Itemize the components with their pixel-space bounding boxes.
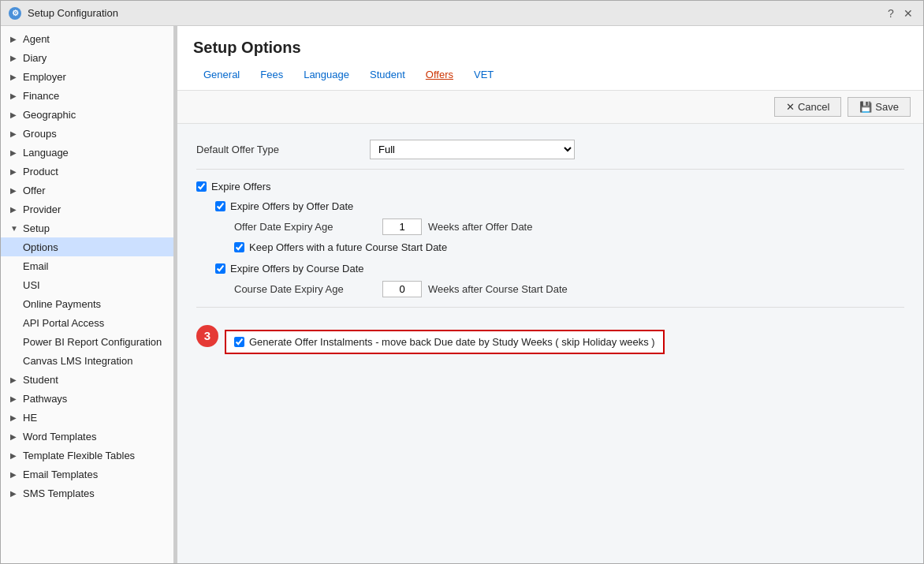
sidebar-item-label: Word Templates — [23, 431, 167, 443]
sidebar-item-label: Finance — [23, 90, 167, 102]
expire-by-course-date-label: Expire Offers by Course Date — [230, 263, 364, 275]
arrow-icon: ▼ — [10, 224, 20, 233]
sidebar-item-student[interactable]: ▶ Student — [1, 370, 173, 389]
sidebar-item-label: Product — [23, 166, 167, 177]
sidebar-item-sms-templates[interactable]: ▶ SMS Templates — [1, 484, 173, 502]
sidebar-item-product[interactable]: ▶ Product — [1, 162, 173, 181]
sidebar-child-canvas[interactable]: Canvas LMS Integration — [1, 351, 173, 370]
sidebar-child-label: Online Payments — [23, 298, 101, 310]
arrow-icon: ▶ — [10, 92, 20, 100]
divider — [196, 169, 904, 170]
sidebar-item-label: Pathways — [23, 393, 167, 405]
sidebar-item-agent[interactable]: ▶ Agent — [1, 29, 173, 48]
arrow-icon: ▶ — [10, 205, 20, 214]
sidebar-item-template-flexible[interactable]: ▶ Template Flexible Tables — [1, 446, 173, 465]
save-button[interactable]: 💾 Save — [848, 97, 911, 117]
expire-offers-group: Expire Offers Expire Offers by Offer Dat… — [196, 179, 904, 297]
course-date-expiry-age-row: Course Date Expiry Age Weeks after Cours… — [196, 281, 904, 297]
keep-offers-checkbox[interactable] — [234, 242, 244, 252]
sidebar-item-email-templates[interactable]: ▶ Email Templates — [1, 465, 173, 484]
sidebar-item-label: Geographic — [23, 109, 167, 121]
course-date-expiry-age-label: Course Date Expiry Age — [234, 283, 376, 295]
sidebar-child-online-payments[interactable]: Online Payments — [1, 294, 173, 313]
keep-offers-row: Keep Offers with a future Course Start D… — [196, 240, 904, 255]
sidebar-item-he[interactable]: ▶ HE — [1, 408, 173, 427]
sidebar-item-finance[interactable]: ▶ Finance — [1, 86, 173, 105]
sidebar-child-label: Power BI Report Configuration — [23, 336, 162, 348]
tab-fees[interactable]: Fees — [250, 65, 293, 84]
sidebar-item-word-templates[interactable]: ▶ Word Templates — [1, 427, 173, 446]
offer-date-expiry-age-label: Offer Date Expiry Age — [234, 221, 376, 233]
sidebar-item-employer[interactable]: ▶ Employer — [1, 67, 173, 86]
help-button[interactable]: ? — [884, 6, 898, 21]
offer-date-expiry-age-suffix: Weeks after Offer Date — [428, 221, 532, 233]
arrow-icon: ▶ — [10, 413, 20, 422]
main-window: ⚙ Setup Configuration ? ✕ ▶ Agent ▶ Diar… — [0, 0, 924, 564]
course-date-expiry-age-input[interactable] — [382, 281, 422, 297]
sidebar-child-options[interactable]: Options — [1, 237, 173, 256]
tab-language[interactable]: Language — [293, 65, 360, 84]
main-header: Setup Options General Fees Language Stud… — [177, 26, 923, 91]
default-offer-type-select[interactable]: Full Partial Conditional — [370, 140, 575, 159]
tab-student[interactable]: Student — [360, 65, 415, 84]
sidebar-item-label: Groups — [23, 128, 167, 140]
expire-offers-label: Expire Offers — [211, 181, 271, 192]
sidebar-child-email[interactable]: Email — [1, 256, 173, 275]
offer-date-expiry-age-row: Offer Date Expiry Age Weeks after Offer … — [196, 219, 904, 235]
expire-by-course-date-row: Expire Offers by Course Date — [196, 261, 904, 276]
toolbar: ✕ Cancel 💾 Save — [177, 91, 923, 124]
arrow-icon: ▶ — [10, 489, 20, 498]
sidebar-item-label: SMS Templates — [23, 487, 167, 499]
step-badge: 3 — [196, 325, 218, 347]
generate-instalments-container: 3 Generate Offer Instalments - move back… — [196, 317, 904, 354]
title-bar: ⚙ Setup Configuration ? ✕ — [1, 1, 923, 26]
sidebar-item-diary[interactable]: ▶ Diary — [1, 48, 173, 67]
cancel-icon: ✕ — [786, 101, 795, 113]
sidebar-child-powerbi[interactable]: Power BI Report Configuration — [1, 332, 173, 351]
expire-by-course-date-checkbox[interactable] — [215, 263, 225, 274]
sidebar-item-geographic[interactable]: ▶ Geographic — [1, 105, 173, 124]
sidebar-item-groups[interactable]: ▶ Groups — [1, 124, 173, 143]
generate-instalments-checkbox[interactable] — [234, 337, 244, 347]
sidebar-item-label: Offer — [23, 185, 167, 196]
page-title: Setup Options — [193, 39, 907, 57]
save-label: Save — [875, 101, 899, 113]
divider2 — [196, 307, 904, 308]
tab-vet[interactable]: VET — [464, 65, 504, 84]
close-button[interactable]: ✕ — [901, 6, 915, 21]
sidebar-item-label: Email Templates — [23, 469, 167, 480]
default-offer-type-row: Default Offer Type Full Partial Conditio… — [196, 140, 904, 159]
generate-instalments-highlight: Generate Offer Instalments - move back D… — [225, 330, 665, 354]
title-bar-controls: ? ✕ — [884, 6, 915, 21]
sidebar-child-label: Email — [23, 260, 49, 272]
app-icon: ⚙ — [9, 7, 21, 20]
sidebar-item-setup[interactable]: ▼ Setup — [1, 219, 173, 237]
sidebar-child-label: Canvas LMS Integration — [23, 355, 132, 367]
sidebar: ▶ Agent ▶ Diary ▶ Employer ▶ Finance ▶ G… — [1, 26, 174, 563]
expire-by-offer-date-checkbox[interactable] — [215, 201, 225, 211]
expire-by-offer-date-row: Expire Offers by Offer Date — [196, 199, 904, 214]
sidebar-item-pathways[interactable]: ▶ Pathways — [1, 389, 173, 408]
tab-general[interactable]: General — [193, 65, 250, 84]
cancel-button[interactable]: ✕ Cancel — [774, 97, 841, 117]
arrow-icon: ▶ — [10, 470, 20, 479]
arrow-icon: ▶ — [10, 110, 20, 119]
tab-offers[interactable]: Offers — [415, 65, 464, 84]
sidebar-item-provider[interactable]: ▶ Provider — [1, 200, 173, 219]
arrow-icon: ▶ — [10, 148, 20, 157]
save-icon: 💾 — [859, 101, 872, 113]
sidebar-item-label: Template Flexible Tables — [23, 450, 167, 461]
offer-date-expiry-age-input[interactable] — [382, 219, 422, 235]
sidebar-item-label: Student — [23, 374, 167, 386]
arrow-icon: ▶ — [10, 394, 20, 403]
sidebar-child-api-portal[interactable]: API Portal Access — [1, 313, 173, 332]
sidebar-item-offer[interactable]: ▶ Offer — [1, 181, 173, 200]
sidebar-child-usi[interactable]: USI — [1, 275, 173, 294]
sidebar-item-language[interactable]: ▶ Language — [1, 143, 173, 162]
main-content: Setup Options General Fees Language Stud… — [177, 26, 923, 563]
main-body: Default Offer Type Full Partial Conditio… — [177, 124, 923, 563]
sidebar-child-label: Options — [23, 241, 58, 253]
sidebar-child-label: USI — [23, 279, 40, 291]
sidebar-item-label: Language — [23, 147, 167, 159]
expire-offers-checkbox[interactable] — [196, 181, 207, 192]
